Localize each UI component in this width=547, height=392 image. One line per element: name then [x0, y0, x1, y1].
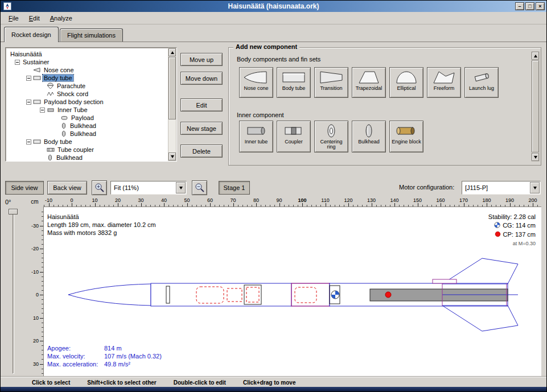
tree-item-payload-body-section[interactable]: Payload body section [7, 98, 167, 106]
max-acceleration-value: 49.8 m/s² [104, 360, 162, 368]
tab-strip: Rocket design Flight simulations [1, 24, 546, 42]
body-tube-icon [33, 75, 41, 81]
tree-item-inner-tube[interactable]: Inner Tube [7, 106, 167, 114]
max-velocity-value: 107 m/s (Mach 0.32) [104, 352, 162, 360]
tree-item-label: Body tube [43, 138, 73, 145]
collapse-toggle-icon[interactable] [26, 139, 31, 145]
bulkhead-icon [60, 130, 67, 137]
arrow-up-icon [534, 55, 537, 57]
add-engine-block-button[interactable]: Engine block [389, 121, 423, 152]
apogee-label: Apogee: [47, 344, 104, 352]
tree-item-bulkhead[interactable]: Bulkhead [7, 122, 167, 130]
menu-analyze[interactable]: Analyze [46, 13, 77, 23]
tree-item-sustainer[interactable]: Sustainer [7, 58, 167, 66]
freeform-fin-icon [431, 69, 457, 85]
add-trapezoidal-fin-button[interactable]: Trapezoidal [352, 67, 386, 98]
chevron-down-icon[interactable] [176, 182, 186, 193]
menu-edit[interactable]: Edit [24, 13, 44, 23]
collapse-toggle-icon[interactable] [15, 60, 20, 65]
tree-item-shock-cord[interactable]: Shock cord [7, 90, 167, 98]
side-view-button[interactable]: Side view [5, 181, 44, 195]
collapse-toggle-icon[interactable] [26, 100, 31, 105]
collapse-toggle-icon[interactable] [26, 76, 31, 81]
tree-item-label: Nose cone [43, 67, 75, 73]
scrollbar-thumb[interactable] [168, 57, 176, 119]
add-launch-lug-button[interactable]: Launch lug [464, 67, 499, 98]
tab-rocket-design[interactable]: Rocket design [4, 27, 59, 42]
add-bulkhead-button[interactable]: Bulkhead [352, 121, 386, 152]
add-nose-cone-button[interactable]: Nose cone [239, 67, 273, 98]
rotation-slider-track[interactable] [13, 210, 14, 374]
delete-button[interactable]: Delete [180, 145, 223, 158]
scroll-down-button[interactable] [168, 152, 176, 160]
edit-button[interactable]: Edit [180, 98, 223, 112]
tree-item-label: Bulkhead [55, 154, 84, 161]
minimize-button[interactable]: – [515, 2, 524, 10]
add-component-panel: Add new component Body components and fi… [228, 47, 541, 166]
rocket-dimensions: Length 189 cm, max. diameter 10.2 cm [47, 221, 156, 229]
maximize-button[interactable]: □ [525, 2, 534, 10]
new-stage-button[interactable]: New stage [180, 122, 223, 135]
hint-click-drag: Click+drag to move [243, 379, 296, 386]
zoom-level-select[interactable]: Fit (11%) [110, 181, 187, 195]
tree-scrollbar[interactable] [168, 48, 176, 161]
window-bottom-edge [1, 387, 546, 391]
body-tube-icon [33, 138, 41, 145]
tree-item-rocket[interactable]: Haisunäätä [7, 50, 167, 58]
rocket-canvas[interactable]: Haisunäätä Length 189 cm, max. diameter … [43, 207, 541, 376]
tree-item-payload[interactable]: Payload [7, 114, 167, 122]
component-button-label: Transition [319, 85, 343, 92]
nose-cone-shape[interactable] [68, 284, 151, 306]
vertical-ruler: -30-20-100102030 [26, 207, 43, 376]
add-coupler-button[interactable]: Coupler [277, 121, 311, 152]
component-button-label: Launch lug [468, 85, 495, 92]
component-panel-scrollbar[interactable] [531, 51, 540, 162]
component-button-label: Coupler [284, 139, 303, 146]
design-panel: Haisunäätä Sustainer Nose cone Body tube [1, 42, 546, 178]
tree-item-bulkhead[interactable]: Bulkhead [7, 130, 167, 138]
tree-item-label: Bulkhead [69, 122, 97, 129]
zoom-in-button[interactable] [92, 180, 107, 195]
zoom-out-button[interactable] [192, 180, 207, 195]
add-freeform-fin-button[interactable]: Freeform [427, 67, 461, 98]
tree-item-bulkhead-aft[interactable]: Bulkhead [7, 154, 167, 162]
tree-item-body-tube-aft[interactable]: Body tube [7, 138, 167, 146]
add-body-tube-button[interactable]: Body tube [277, 67, 311, 98]
add-component-title: Add new component [233, 43, 299, 50]
motor-configuration-select[interactable]: [J115-P] [462, 181, 541, 195]
close-button[interactable]: × [536, 2, 545, 10]
scrollbar-thumb[interactable] [532, 60, 539, 152]
menu-file[interactable]: File [4, 13, 23, 23]
tree-item-parachute[interactable]: Parachute [7, 82, 167, 90]
arrow-down-icon [534, 156, 537, 159]
tree-item-label: Payload [70, 114, 95, 121]
rocket-info-block: Haisunäätä Length 189 cm, max. diameter … [47, 213, 156, 237]
add-centering-ring-button[interactable]: Centering ring [314, 121, 348, 152]
component-button-label: Centering ring [315, 139, 348, 151]
nose-cone-icon [33, 67, 41, 73]
add-transition-button[interactable]: Transition [314, 67, 348, 98]
tree-item-nose-cone[interactable]: Nose cone [7, 66, 167, 74]
rotation-slider-handle[interactable] [9, 209, 18, 214]
scroll-down-button[interactable] [532, 153, 539, 161]
move-up-button[interactable]: Move up [180, 53, 223, 66]
move-down-button[interactable]: Move down [180, 72, 223, 85]
tab-flight-simulations[interactable]: Flight simulations [60, 28, 123, 42]
tree-item-label: Haisunäätä [9, 51, 43, 57]
add-elliptical-fin-button[interactable]: Elliptical [389, 67, 423, 98]
engine-block-icon [393, 123, 419, 139]
fin-lower-shape[interactable] [442, 306, 518, 331]
scroll-up-button[interactable] [532, 52, 539, 60]
stage-1-toggle[interactable]: Stage 1 [219, 181, 250, 195]
tree-item-tube-coupler[interactable]: Tube coupler [7, 146, 167, 154]
launch-lug-shape[interactable] [433, 279, 456, 283]
scroll-up-button[interactable] [168, 48, 176, 56]
component-button-label: Nose cone [243, 85, 269, 92]
zoom-level-value: Fit (11%) [114, 184, 175, 191]
collapse-toggle-icon[interactable] [40, 108, 45, 113]
tree-item-body-tube[interactable]: Body tube [7, 74, 167, 82]
back-view-button[interactable]: Back view [47, 181, 87, 195]
cp-marker [385, 292, 391, 298]
chevron-down-icon[interactable] [530, 182, 540, 193]
add-inner-tube-button[interactable]: Inner tube [239, 121, 273, 152]
